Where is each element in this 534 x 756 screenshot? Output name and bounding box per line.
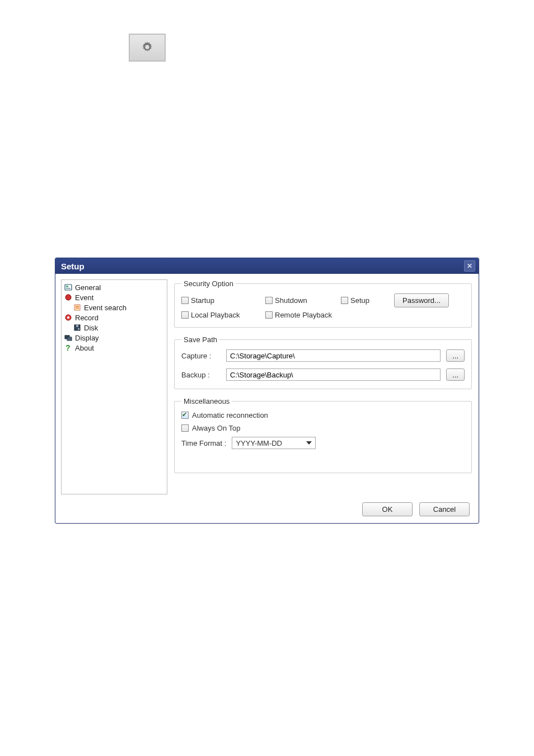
tree-label: Display [75,334,99,342]
settings-toolbar-button[interactable] [129,34,166,62]
savepath-legend: Save Path [181,335,219,344]
dialog-title: Setup [61,262,85,271]
tree-item-display[interactable]: Display [63,333,166,343]
svg-point-8 [67,316,69,319]
tree-label: Record [75,314,99,322]
screens-icon [64,333,73,342]
local-playback-label: Local Playback [191,311,240,319]
remote-playback-label: Remote Playback [275,311,332,319]
startup-checkbox[interactable] [181,297,189,304]
dialog-button-bar: OK Cancel [55,498,479,523]
misc-legend: Miscellaneous [181,397,232,405]
security-option-group: Security Option Startup Shutdown Setu [174,279,472,328]
save-path-group: Save Path Capture : ... Backup : ... [174,335,472,389]
time-format-label: Time Format : [181,439,226,447]
svg-rect-11 [78,328,79,330]
tree-label: General [75,283,101,292]
setup-label: Setup [350,296,369,305]
tree-item-eventsearch[interactable]: Event search [63,302,166,312]
close-button[interactable]: ✕ [464,260,475,272]
svg-rect-13 [67,337,72,340]
card-icon [64,283,73,292]
ok-button[interactable]: OK [362,502,413,516]
always-on-top-label: Always On Top [192,424,240,432]
tree-label: Disk [84,324,98,332]
time-format-select[interactable]: YYYY-MM-DD [232,437,316,449]
settings-icon [141,41,153,55]
gear-icon [64,313,73,322]
svg-point-3 [65,295,71,300]
capture-label: Capture : [181,352,221,360]
close-icon: ✕ [467,263,472,269]
auto-reconnect-label: Automatic reconnection [192,411,268,419]
qmark-icon: ? [64,343,73,352]
svg-rect-10 [76,325,78,327]
capture-path-input[interactable] [226,349,441,362]
password-button[interactable]: Password... [394,293,449,307]
svg-rect-4 [74,305,80,310]
auto-reconnect-checkbox[interactable] [181,412,189,419]
disk-icon [73,323,82,332]
tree-item-event[interactable]: Event [63,292,166,302]
dot-icon [64,293,73,302]
capture-browse-button[interactable]: ... [446,349,465,362]
setup-dialog: Setup ✕ General Event Event search [55,258,479,524]
time-format-value: YYYY-MM-DD [236,439,282,447]
shutdown-label: Shutdown [275,296,307,305]
tree-item-about[interactable]: ? About [63,343,166,353]
security-legend: Security Option [181,279,236,288]
tree-label: About [75,344,94,352]
titlebar: Setup ✕ [55,258,479,274]
cancel-button[interactable]: Cancel [419,502,470,516]
note-icon [73,303,82,312]
local-playback-checkbox[interactable] [181,311,189,319]
chevron-down-icon [306,441,312,445]
always-on-top-checkbox[interactable] [181,424,189,432]
tree-item-general[interactable]: General [63,282,166,292]
tree-item-record[interactable]: Record [63,312,166,323]
tree-label: Event [75,293,93,302]
svg-rect-1 [66,286,68,287]
shutdown-checkbox[interactable] [265,297,273,304]
tree-item-disk[interactable]: Disk [63,323,166,333]
backup-label: Backup : [181,371,221,379]
content-pane: Security Option Startup Shutdown Setu [172,279,479,494]
backup-browse-button[interactable]: ... [446,368,465,381]
backup-path-input[interactable] [226,368,441,381]
misc-group: Miscellaneous Automatic reconnection Alw… [174,397,472,473]
tree-label: Event search [84,304,127,312]
remote-playback-checkbox[interactable] [265,311,273,319]
nav-tree: General Event Event search Record Disk [61,279,167,494]
startup-label: Startup [191,296,214,305]
setup-checkbox[interactable] [341,297,348,304]
svg-text:?: ? [65,344,71,352]
